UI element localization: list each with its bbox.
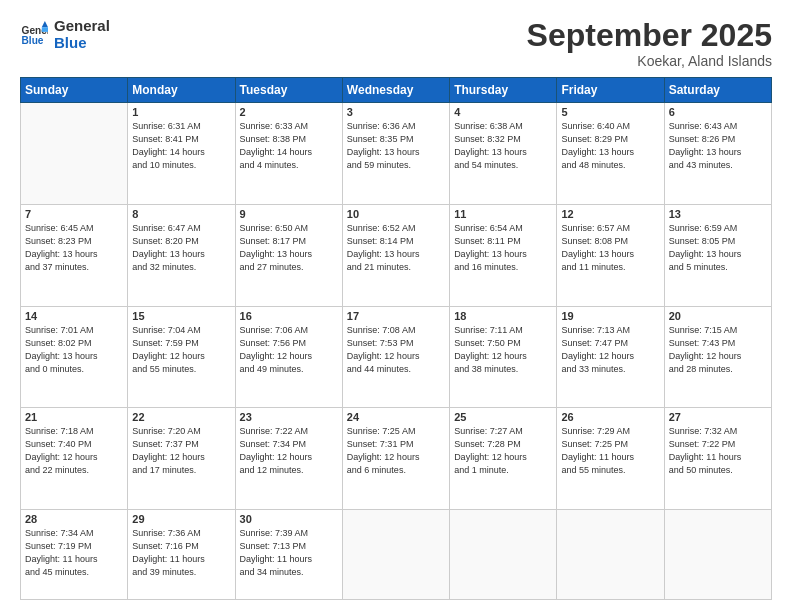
calendar-cell: 16Sunrise: 7:06 AM Sunset: 7:56 PM Dayli…: [235, 306, 342, 408]
calendar-cell: 5Sunrise: 6:40 AM Sunset: 8:29 PM Daylig…: [557, 103, 664, 205]
day-number: 24: [347, 411, 445, 423]
day-info: Sunrise: 7:32 AM Sunset: 7:22 PM Dayligh…: [669, 425, 767, 477]
day-info: Sunrise: 6:36 AM Sunset: 8:35 PM Dayligh…: [347, 120, 445, 172]
day-info: Sunrise: 7:18 AM Sunset: 7:40 PM Dayligh…: [25, 425, 123, 477]
day-info: Sunrise: 7:25 AM Sunset: 7:31 PM Dayligh…: [347, 425, 445, 477]
header: General Blue General Blue September 2025…: [20, 18, 772, 69]
logo-icon: General Blue: [20, 21, 48, 49]
calendar-cell: 30Sunrise: 7:39 AM Sunset: 7:13 PM Dayli…: [235, 509, 342, 599]
logo-general: General: [54, 18, 110, 35]
day-info: Sunrise: 7:15 AM Sunset: 7:43 PM Dayligh…: [669, 324, 767, 376]
calendar-cell: 12Sunrise: 6:57 AM Sunset: 8:08 PM Dayli…: [557, 204, 664, 306]
day-number: 2: [240, 106, 338, 118]
day-info: Sunrise: 6:40 AM Sunset: 8:29 PM Dayligh…: [561, 120, 659, 172]
day-number: 11: [454, 208, 552, 220]
logo-blue: Blue: [54, 35, 110, 52]
day-info: Sunrise: 7:29 AM Sunset: 7:25 PM Dayligh…: [561, 425, 659, 477]
calendar-cell: 6Sunrise: 6:43 AM Sunset: 8:26 PM Daylig…: [664, 103, 771, 205]
location-subtitle: Koekar, Aland Islands: [527, 53, 772, 69]
calendar-cell: 3Sunrise: 6:36 AM Sunset: 8:35 PM Daylig…: [342, 103, 449, 205]
calendar-cell: 20Sunrise: 7:15 AM Sunset: 7:43 PM Dayli…: [664, 306, 771, 408]
day-info: Sunrise: 6:45 AM Sunset: 8:23 PM Dayligh…: [25, 222, 123, 274]
weekday-header-wednesday: Wednesday: [342, 78, 449, 103]
day-info: Sunrise: 7:04 AM Sunset: 7:59 PM Dayligh…: [132, 324, 230, 376]
day-info: Sunrise: 6:38 AM Sunset: 8:32 PM Dayligh…: [454, 120, 552, 172]
weekday-header-monday: Monday: [128, 78, 235, 103]
calendar-cell: 19Sunrise: 7:13 AM Sunset: 7:47 PM Dayli…: [557, 306, 664, 408]
day-number: 16: [240, 310, 338, 322]
title-block: September 2025 Koekar, Aland Islands: [527, 18, 772, 69]
day-number: 9: [240, 208, 338, 220]
calendar-cell: [664, 509, 771, 599]
day-number: 20: [669, 310, 767, 322]
day-number: 6: [669, 106, 767, 118]
calendar-cell: 23Sunrise: 7:22 AM Sunset: 7:34 PM Dayli…: [235, 408, 342, 510]
weekday-header-row: SundayMondayTuesdayWednesdayThursdayFrid…: [21, 78, 772, 103]
day-number: 25: [454, 411, 552, 423]
calendar-cell: 17Sunrise: 7:08 AM Sunset: 7:53 PM Dayli…: [342, 306, 449, 408]
day-info: Sunrise: 7:36 AM Sunset: 7:16 PM Dayligh…: [132, 527, 230, 579]
day-info: Sunrise: 6:47 AM Sunset: 8:20 PM Dayligh…: [132, 222, 230, 274]
day-number: 17: [347, 310, 445, 322]
day-info: Sunrise: 7:27 AM Sunset: 7:28 PM Dayligh…: [454, 425, 552, 477]
day-number: 10: [347, 208, 445, 220]
week-row-2: 7Sunrise: 6:45 AM Sunset: 8:23 PM Daylig…: [21, 204, 772, 306]
day-info: Sunrise: 7:22 AM Sunset: 7:34 PM Dayligh…: [240, 425, 338, 477]
day-number: 30: [240, 513, 338, 525]
day-number: 22: [132, 411, 230, 423]
calendar-cell: 28Sunrise: 7:34 AM Sunset: 7:19 PM Dayli…: [21, 509, 128, 599]
calendar-cell: 4Sunrise: 6:38 AM Sunset: 8:32 PM Daylig…: [450, 103, 557, 205]
day-number: 18: [454, 310, 552, 322]
day-info: Sunrise: 7:13 AM Sunset: 7:47 PM Dayligh…: [561, 324, 659, 376]
day-info: Sunrise: 6:33 AM Sunset: 8:38 PM Dayligh…: [240, 120, 338, 172]
weekday-header-tuesday: Tuesday: [235, 78, 342, 103]
calendar-cell: [557, 509, 664, 599]
svg-marker-2: [42, 21, 48, 27]
calendar-cell: 8Sunrise: 6:47 AM Sunset: 8:20 PM Daylig…: [128, 204, 235, 306]
day-info: Sunrise: 7:39 AM Sunset: 7:13 PM Dayligh…: [240, 527, 338, 579]
calendar-cell: 18Sunrise: 7:11 AM Sunset: 7:50 PM Dayli…: [450, 306, 557, 408]
calendar-table: SundayMondayTuesdayWednesdayThursdayFrid…: [20, 77, 772, 600]
calendar-cell: 29Sunrise: 7:36 AM Sunset: 7:16 PM Dayli…: [128, 509, 235, 599]
calendar-cell: 14Sunrise: 7:01 AM Sunset: 8:02 PM Dayli…: [21, 306, 128, 408]
calendar-cell: [342, 509, 449, 599]
calendar-cell: [450, 509, 557, 599]
calendar-cell: 10Sunrise: 6:52 AM Sunset: 8:14 PM Dayli…: [342, 204, 449, 306]
calendar-cell: 7Sunrise: 6:45 AM Sunset: 8:23 PM Daylig…: [21, 204, 128, 306]
calendar-cell: 2Sunrise: 6:33 AM Sunset: 8:38 PM Daylig…: [235, 103, 342, 205]
day-number: 14: [25, 310, 123, 322]
calendar-cell: [21, 103, 128, 205]
month-title: September 2025: [527, 18, 772, 53]
calendar-cell: 1Sunrise: 6:31 AM Sunset: 8:41 PM Daylig…: [128, 103, 235, 205]
day-number: 21: [25, 411, 123, 423]
weekday-header-friday: Friday: [557, 78, 664, 103]
day-number: 13: [669, 208, 767, 220]
day-number: 8: [132, 208, 230, 220]
calendar-cell: 11Sunrise: 6:54 AM Sunset: 8:11 PM Dayli…: [450, 204, 557, 306]
day-info: Sunrise: 6:52 AM Sunset: 8:14 PM Dayligh…: [347, 222, 445, 274]
day-info: Sunrise: 6:59 AM Sunset: 8:05 PM Dayligh…: [669, 222, 767, 274]
day-number: 19: [561, 310, 659, 322]
day-info: Sunrise: 7:11 AM Sunset: 7:50 PM Dayligh…: [454, 324, 552, 376]
calendar-cell: 13Sunrise: 6:59 AM Sunset: 8:05 PM Dayli…: [664, 204, 771, 306]
day-info: Sunrise: 6:31 AM Sunset: 8:41 PM Dayligh…: [132, 120, 230, 172]
calendar-cell: 24Sunrise: 7:25 AM Sunset: 7:31 PM Dayli…: [342, 408, 449, 510]
day-number: 15: [132, 310, 230, 322]
day-info: Sunrise: 6:54 AM Sunset: 8:11 PM Dayligh…: [454, 222, 552, 274]
weekday-header-thursday: Thursday: [450, 78, 557, 103]
day-number: 3: [347, 106, 445, 118]
day-info: Sunrise: 6:43 AM Sunset: 8:26 PM Dayligh…: [669, 120, 767, 172]
day-info: Sunrise: 7:20 AM Sunset: 7:37 PM Dayligh…: [132, 425, 230, 477]
calendar-cell: 26Sunrise: 7:29 AM Sunset: 7:25 PM Dayli…: [557, 408, 664, 510]
calendar-cell: 22Sunrise: 7:20 AM Sunset: 7:37 PM Dayli…: [128, 408, 235, 510]
day-info: Sunrise: 6:50 AM Sunset: 8:17 PM Dayligh…: [240, 222, 338, 274]
calendar-cell: 9Sunrise: 6:50 AM Sunset: 8:17 PM Daylig…: [235, 204, 342, 306]
day-number: 1: [132, 106, 230, 118]
calendar-cell: 25Sunrise: 7:27 AM Sunset: 7:28 PM Dayli…: [450, 408, 557, 510]
weekday-header-saturday: Saturday: [664, 78, 771, 103]
svg-text:Blue: Blue: [22, 35, 44, 46]
day-number: 4: [454, 106, 552, 118]
day-info: Sunrise: 6:57 AM Sunset: 8:08 PM Dayligh…: [561, 222, 659, 274]
day-number: 27: [669, 411, 767, 423]
day-info: Sunrise: 7:08 AM Sunset: 7:53 PM Dayligh…: [347, 324, 445, 376]
